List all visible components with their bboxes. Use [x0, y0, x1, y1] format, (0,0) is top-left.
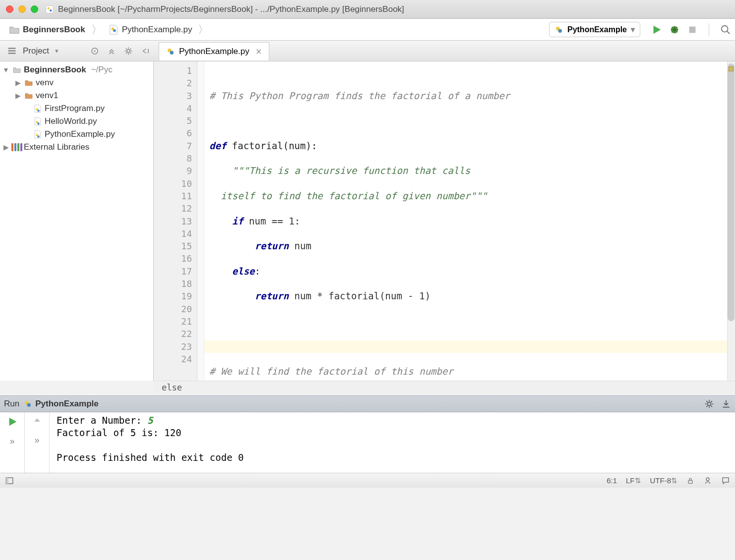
stop-button[interactable] [687, 24, 698, 35]
tree-external-libraries[interactable]: ▶ External Libraries [0, 141, 153, 154]
maximize-window-button[interactable] [31, 5, 38, 13]
more-icon[interactable]: » [9, 436, 14, 447]
chevron-right-icon: 〉 [91, 22, 102, 37]
main-area: ▼ BeginnersBook ~/Pyc ▶ venv ▶ venv1 Fir… [0, 61, 735, 381]
tree-project-root[interactable]: ▼ BeginnersBook ~/Pyc [0, 63, 153, 76]
svg-point-18 [170, 51, 174, 55]
scroll-to-source-icon[interactable] [90, 47, 99, 56]
tree-folder[interactable]: ▶ venv [0, 76, 153, 89]
breadcrumb-root[interactable]: BeginnersBook [4, 21, 90, 38]
gear-icon[interactable] [704, 399, 714, 409]
code-comment: # We will find the factorial of this num… [209, 366, 453, 377]
console-output[interactable]: Enter a Number: 5 Factorial of 5 is: 120… [50, 412, 735, 473]
svg-point-32 [706, 478, 709, 481]
file-encoding[interactable]: UTF-8 [650, 476, 672, 485]
svg-point-1 [48, 7, 50, 9]
chevron-down-icon[interactable]: ▾ [55, 47, 59, 55]
project-tool-label[interactable]: Project [23, 46, 49, 56]
collapse-all-icon[interactable] [107, 47, 116, 56]
python-file-icon [166, 47, 175, 56]
svg-rect-9 [689, 26, 696, 33]
lock-icon[interactable] [686, 477, 694, 485]
chevron-down-icon: ▾ [631, 25, 635, 34]
tree-folder-label: venv1 [36, 91, 58, 101]
main-toolbar: BeginnersBook 〉 PythonExample.py 〉 Pytho… [0, 19, 735, 41]
arrow-right-icon[interactable]: ▶ [14, 92, 22, 100]
run-panel-config-name[interactable]: PythonExample [35, 399, 99, 409]
svg-point-24 [37, 135, 40, 138]
project-view-icon[interactable] [7, 46, 17, 56]
tree-file[interactable]: FirstProgram.py [0, 102, 153, 115]
debug-button[interactable] [669, 24, 680, 35]
feedback-icon[interactable] [721, 476, 730, 485]
project-tool-header: Project▾ [0, 46, 154, 56]
console-input: 5 [147, 415, 153, 426]
svg-point-10 [722, 25, 728, 32]
editor-tab-label: PythonExample.py [179, 47, 249, 56]
arrow-down-icon[interactable]: ▼ [2, 66, 10, 74]
minimize-window-button[interactable] [18, 5, 26, 13]
inspector-icon[interactable] [703, 476, 712, 485]
tree-folder-label: venv [36, 78, 54, 88]
svg-point-26 [27, 403, 31, 407]
arrow-right-icon[interactable]: ▶ [14, 79, 22, 87]
close-tab-icon[interactable]: ✕ [255, 47, 262, 56]
run-toolbar-left: » [0, 412, 25, 473]
breadcrumb-root-label: BeginnersBook [23, 25, 85, 35]
hide-tool-window-icon[interactable] [141, 47, 150, 56]
breadcrumb: BeginnersBook 〉 PythonExample.py 〉 [4, 21, 549, 38]
code-breadcrumb-label[interactable]: else [162, 383, 182, 392]
code-line: # This Python Program finds the factoria… [209, 90, 510, 101]
python-file-icon [33, 117, 42, 126]
close-window-button[interactable] [6, 5, 13, 13]
code-editor[interactable]: 123456789101112131415161718192021222324 … [154, 61, 735, 381]
line-number-gutter: 123456789101112131415161718192021222324 [154, 61, 197, 381]
folder-icon [9, 24, 20, 35]
tool-windows-icon[interactable] [5, 476, 14, 485]
code-kw: return [255, 290, 289, 301]
line-separator[interactable]: LF [626, 476, 635, 485]
tree-folder[interactable]: ▶ venv1 [0, 89, 153, 102]
svg-rect-11 [8, 48, 16, 49]
chevron-updown-icon: ⇅ [671, 476, 677, 485]
scroll-up-icon[interactable] [32, 416, 42, 426]
run-panel: » » Enter a Number: 5 Factorial of 5 is:… [0, 412, 735, 473]
folder-icon [12, 66, 21, 73]
code-area[interactable]: # This Python Program finds the factoria… [204, 61, 727, 381]
window-titlebar: BeginnersBook [~/PycharmProjects/Beginne… [0, 0, 735, 19]
scrollbar[interactable] [728, 63, 735, 321]
chevron-right-icon: 〉 [198, 22, 209, 37]
download-icon[interactable] [721, 399, 731, 409]
console-line: Process finished with exit code 0 [57, 451, 728, 464]
python-file-icon [554, 25, 563, 34]
error-stripe[interactable] [727, 61, 735, 381]
run-button[interactable] [651, 24, 662, 35]
svg-point-27 [708, 402, 711, 406]
run-config-area: PythonExample ▾ [549, 22, 731, 37]
code-kw: else [232, 266, 255, 277]
run-config-name: PythonExample [567, 25, 627, 34]
run-config-dropdown[interactable]: PythonExample ▾ [549, 22, 640, 37]
code-docstring: itself to find the factorial of given nu… [209, 190, 488, 201]
run-panel-header: Run PythonExample [0, 395, 735, 412]
run-panel-title[interactable]: Run [4, 399, 19, 409]
arrow-right-icon[interactable]: ▶ [2, 143, 10, 151]
svg-point-22 [37, 122, 40, 125]
caret-position[interactable]: 6:1 [607, 476, 617, 485]
code-docstring: """This is a recursive function that cal… [209, 165, 470, 176]
fold-column [197, 61, 204, 381]
svg-marker-28 [9, 418, 16, 426]
python-file-icon [33, 104, 42, 113]
tree-file[interactable]: PythonExample.py [0, 128, 153, 141]
window-controls [6, 5, 38, 13]
svg-point-20 [37, 110, 40, 112]
editor-tab[interactable]: PythonExample.py ✕ [159, 42, 269, 60]
svg-rect-30 [6, 478, 8, 484]
tree-file[interactable]: HelloWorld.py [0, 115, 153, 128]
rerun-button[interactable] [7, 416, 18, 427]
gear-icon[interactable] [124, 47, 133, 56]
breadcrumb-file[interactable]: PythonExample.py [103, 21, 197, 38]
search-everywhere-button[interactable] [720, 24, 731, 35]
more-icon[interactable]: » [34, 435, 39, 446]
tree-file-label: PythonExample.py [45, 129, 115, 139]
